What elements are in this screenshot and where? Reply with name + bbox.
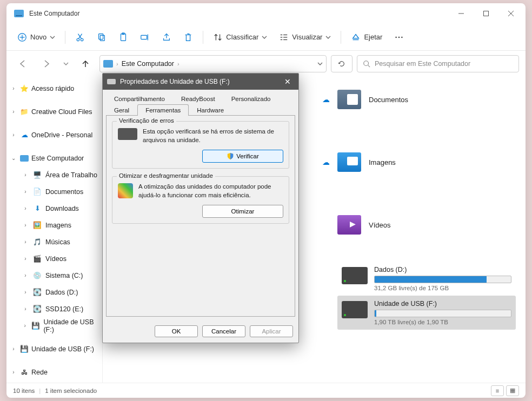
cut-icon[interactable] bbox=[70, 29, 90, 45]
sidebar-network[interactable]: ›🖧Rede bbox=[6, 364, 102, 380]
folder-documents[interactable]: ☁ Documentos bbox=[337, 84, 489, 115]
sidebar-item-downloads[interactable]: ›⬇Downloads bbox=[6, 200, 102, 217]
drive-icon bbox=[342, 267, 368, 284]
images-icon bbox=[337, 152, 361, 172]
sidebar-item-desktop[interactable]: ›🖥️Área de Trabalho bbox=[6, 166, 102, 183]
tab-custom[interactable]: Personalizado bbox=[223, 93, 279, 104]
new-button[interactable]: Novo bbox=[12, 29, 61, 45]
videos-icon bbox=[337, 215, 361, 235]
folder-icon: 📁 bbox=[19, 107, 29, 117]
maximize-button[interactable] bbox=[474, 5, 498, 22]
images-icon: 🖼️ bbox=[32, 220, 42, 230]
optimize-group: Otimizar e desfragmentar unidade A otimi… bbox=[112, 176, 289, 224]
svg-point-26 bbox=[396, 36, 397, 37]
tab-hardware[interactable]: Hardware bbox=[189, 104, 232, 116]
chevron-icon: › bbox=[116, 61, 118, 67]
svg-rect-11 bbox=[99, 34, 103, 39]
delete-icon[interactable] bbox=[178, 29, 198, 45]
minimize-button[interactable] bbox=[449, 5, 474, 22]
dialog-titlebar: Propriedades de Unidade de USB (F:) ✕ bbox=[103, 73, 298, 90]
eject-button[interactable]: Ejetar bbox=[345, 29, 388, 45]
svg-rect-1 bbox=[484, 11, 489, 16]
svg-point-29 bbox=[364, 61, 369, 66]
search-placeholder: Pesquisar em Este Computador bbox=[375, 60, 470, 68]
music-icon: 🎵 bbox=[32, 237, 42, 247]
svg-point-7 bbox=[77, 38, 80, 41]
breadcrumb[interactable]: › Este Computador › bbox=[99, 55, 327, 72]
star-icon: ⭐ bbox=[19, 84, 29, 93]
sidebar-usb[interactable]: ›💾Unidade de USB (F:) bbox=[6, 340, 102, 357]
optimize-button[interactable]: Otimizar bbox=[202, 205, 283, 218]
cloud-sync-icon: ☁ bbox=[322, 95, 330, 104]
sidebar-item-documents[interactable]: ›📄Documentos bbox=[6, 183, 102, 200]
dialog-title: Propriedades de Unidade de USB (F:) bbox=[120, 78, 281, 85]
tab-content: Verificação de erros Esta opção verifica… bbox=[106, 115, 295, 317]
sidebar-item-music[interactable]: ›🎵Músicas bbox=[6, 233, 102, 250]
forward-button[interactable] bbox=[37, 54, 56, 73]
verify-button[interactable]: Verificar bbox=[202, 150, 283, 163]
shield-icon bbox=[227, 152, 234, 160]
svg-line-30 bbox=[368, 65, 370, 68]
back-button[interactable] bbox=[13, 54, 32, 73]
sidebar-item-drive-c[interactable]: ›💿Sistema (C:) bbox=[6, 267, 102, 284]
view-grid-button[interactable]: ▦ bbox=[506, 385, 519, 396]
sidebar-item-images[interactable]: ›🖼️Imagens bbox=[6, 217, 102, 233]
tab-tools[interactable]: Ferramentas bbox=[137, 104, 189, 116]
sidebar-item-drive-d[interactable]: ›💽Dados (D:) bbox=[6, 284, 102, 300]
svg-line-10 bbox=[78, 34, 82, 38]
sidebar-item-videos[interactable]: ›🎬Vídeos bbox=[6, 250, 102, 267]
svg-line-9 bbox=[79, 34, 82, 38]
downloads-icon: ⬇ bbox=[32, 204, 42, 213]
sidebar-item-drive-e[interactable]: ›💽SSD120 (E:) bbox=[6, 300, 102, 317]
sidebar-onedrive[interactable]: ›☁OneDrive - Personal bbox=[6, 126, 102, 143]
sidebar-item-drive-f[interactable]: ›💾Unidade de USB (F:) bbox=[6, 317, 102, 334]
paste-icon[interactable] bbox=[113, 29, 134, 45]
sidebar-creative-cloud[interactable]: ›📁Creative Cloud Files bbox=[6, 103, 102, 120]
cloud-sync-icon: ☁ bbox=[322, 158, 330, 166]
error-check-group: Verificação de erros Esta opção verifica… bbox=[112, 121, 289, 169]
drive-icon: 💿 bbox=[32, 271, 42, 280]
cancel-button[interactable]: Cancelar bbox=[202, 325, 245, 337]
drive-d[interactable]: Dados (D:) 31,2 GB livre(s) de 175 GB bbox=[337, 262, 516, 296]
tab-sharing[interactable]: Compartilhamento bbox=[106, 93, 173, 104]
dialog-tabs: Compartilhamento ReadyBoost Personalizad… bbox=[106, 93, 295, 116]
drive-icon: 💽 bbox=[32, 288, 42, 297]
apply-button[interactable]: Aplicar bbox=[250, 325, 293, 337]
more-icon[interactable] bbox=[389, 29, 409, 45]
refresh-button[interactable] bbox=[331, 55, 353, 72]
chevron-down-icon[interactable] bbox=[61, 54, 71, 73]
view-button[interactable]: Visualizar bbox=[274, 29, 336, 45]
ok-button[interactable]: OK bbox=[155, 325, 198, 337]
pc-icon bbox=[14, 10, 24, 17]
desktop-icon: 🖥️ bbox=[32, 170, 42, 180]
network-icon: 🖧 bbox=[19, 367, 29, 377]
dialog-close-button[interactable]: ✕ bbox=[281, 77, 294, 86]
rename-icon[interactable] bbox=[135, 29, 155, 45]
tab-readyboost[interactable]: ReadyBoost bbox=[173, 93, 223, 104]
svg-rect-13 bbox=[121, 34, 126, 41]
toolbar: Novo Classificar Visualizar Ejetar bbox=[6, 24, 526, 51]
drive-icon bbox=[107, 79, 116, 84]
folder-videos[interactable]: Vídeos bbox=[337, 210, 489, 240]
breadcrumb-location: Este Computador bbox=[122, 60, 174, 68]
capacity-bar bbox=[374, 310, 511, 317]
view-list-button[interactable]: ≡ bbox=[491, 385, 504, 396]
share-icon[interactable] bbox=[156, 29, 177, 45]
close-button[interactable] bbox=[498, 5, 523, 22]
videos-icon: 🎬 bbox=[32, 254, 42, 264]
copy-icon[interactable] bbox=[91, 29, 112, 45]
up-button[interactable] bbox=[76, 54, 95, 73]
documents-icon: 📄 bbox=[32, 187, 42, 197]
drive-icon: 💽 bbox=[32, 304, 42, 314]
tab-general[interactable]: Geral bbox=[106, 104, 137, 116]
folder-images[interactable]: ☁ Imagens bbox=[337, 147, 489, 177]
sort-button[interactable]: Classificar bbox=[208, 29, 272, 45]
search-input[interactable]: Pesquisar em Este Computador bbox=[357, 55, 519, 72]
item-count: 10 itens bbox=[13, 387, 35, 394]
dialog-button-row: OK Cancelar Aplicar bbox=[103, 320, 298, 343]
drive-f[interactable]: Unidade de USB (F:) 1,90 TB livre(s) de … bbox=[337, 296, 516, 330]
sidebar-quick-access[interactable]: ›⭐Acesso rápido bbox=[6, 80, 102, 97]
svg-point-28 bbox=[402, 36, 403, 37]
drive-icon bbox=[342, 301, 368, 318]
sidebar-this-pc[interactable]: ⌄Este Computador bbox=[6, 150, 102, 166]
